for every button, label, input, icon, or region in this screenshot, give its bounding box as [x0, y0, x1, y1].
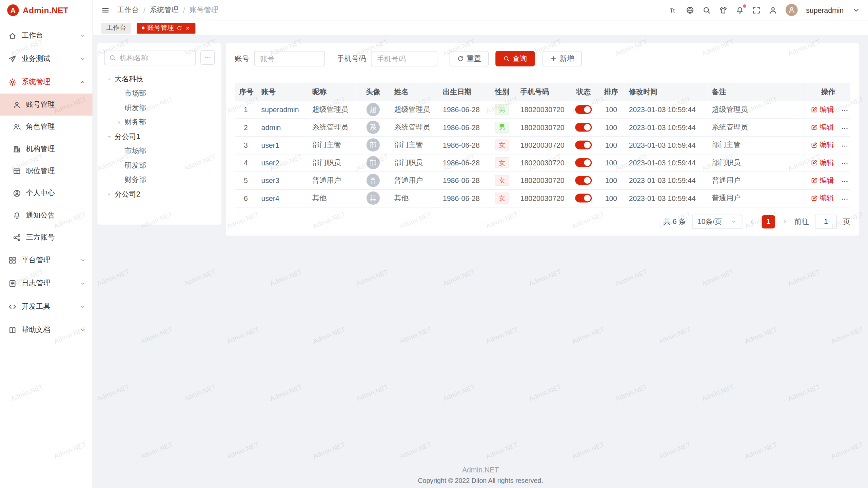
more-actions-button[interactable] — [841, 125, 848, 133]
caret-down-icon[interactable] — [106, 76, 112, 82]
caret-right-icon[interactable] — [106, 191, 112, 197]
tree-node[interactable]: 研发部 — [104, 158, 215, 172]
breadcrumb-item-1[interactable]: 工作台 — [117, 5, 139, 15]
caret-right-icon[interactable] — [116, 119, 122, 125]
org-more-button[interactable] — [200, 50, 215, 65]
tree-node[interactable]: 市场部 — [104, 86, 215, 101]
status-toggle[interactable] — [575, 194, 592, 203]
caret-down-icon[interactable] — [106, 134, 112, 140]
logo[interactable]: A Admin.NET — [0, 0, 93, 20]
sidebar-item-logs[interactable]: 日志管理 — [0, 272, 93, 295]
sidebar-item-platform[interactable]: 平台管理 — [0, 248, 93, 272]
gender-badge: 男 — [495, 122, 509, 133]
sidebar-item-label: 通知公告 — [26, 210, 86, 220]
tree-node-label: 研发部 — [124, 160, 146, 170]
collapse-menu-icon[interactable] — [101, 6, 110, 14]
notification-badge — [743, 4, 746, 7]
tree-node[interactable]: 市场部 — [104, 144, 215, 158]
edit-icon — [811, 177, 817, 184]
tree-node[interactable]: 大名科技 — [104, 72, 215, 86]
edit-button-label: 编辑 — [820, 158, 834, 167]
font-size-icon-button[interactable]: Tt — [669, 6, 677, 14]
account-input[interactable] — [254, 51, 325, 66]
person-icon-button[interactable] — [769, 6, 777, 14]
phone-input[interactable] — [371, 51, 437, 66]
sidebar-item-notice[interactable]: 通知公告 — [0, 204, 93, 226]
sidebar-item-label: 平台管理 — [22, 255, 75, 265]
sidebar-item-org[interactable]: 机构管理 — [0, 138, 93, 160]
sidebar-item-devtools[interactable]: 开发工具 — [0, 295, 93, 318]
footer-copyright: Copyright © 2022 Dilon All rights reserv… — [93, 477, 868, 485]
breadcrumb-item-2[interactable]: 系统管理 — [150, 5, 179, 15]
sidebar-item-third-account[interactable]: 三方账号 — [0, 226, 93, 248]
chevron-down-icon — [80, 280, 86, 286]
table-row: 1superadmin超级管理员超超级管理员1986-06-28男1802003… — [235, 101, 850, 118]
more-actions-button[interactable] — [841, 160, 848, 168]
edit-icon — [811, 159, 817, 166]
more-actions-button[interactable] — [841, 196, 848, 203]
notification-icon-button[interactable] — [736, 6, 744, 14]
sidebar-item-label: 日志管理 — [22, 278, 75, 288]
status-toggle[interactable] — [575, 123, 592, 132]
globe-icon-button[interactable] — [686, 6, 694, 14]
reset-button[interactable]: 重置 — [450, 51, 489, 66]
status-toggle[interactable] — [575, 141, 592, 149]
goto-page-input[interactable] — [815, 215, 837, 229]
sidebar-item-workbench[interactable]: 工作台 — [0, 24, 93, 47]
page-size-select[interactable]: 10条/页 — [692, 215, 743, 229]
page-size-value: 10条/页 — [697, 217, 722, 226]
edit-button[interactable]: 编辑 — [811, 175, 834, 185]
tree-node[interactable]: 分公司2 — [104, 187, 215, 201]
sidebar-item-position[interactable]: 职位管理 — [0, 160, 93, 182]
edit-button[interactable]: 编辑 — [811, 122, 834, 132]
cell-name: 普通用户 — [390, 171, 438, 189]
tree-node[interactable]: 财务部 — [104, 115, 215, 129]
avatar[interactable] — [786, 4, 798, 16]
fullscreen-icon-button[interactable] — [752, 6, 761, 14]
status-toggle[interactable] — [575, 105, 592, 114]
tab-close-icon[interactable] — [185, 25, 190, 30]
more-actions-button[interactable] — [841, 178, 848, 186]
org-name-input[interactable] — [120, 54, 191, 62]
chevron-down-icon — [80, 257, 86, 263]
page-number-1[interactable]: 1 — [762, 215, 775, 228]
search-button[interactable]: 查询 — [495, 51, 535, 66]
status-toggle[interactable] — [575, 176, 592, 185]
tree-node-label: 市场部 — [124, 88, 146, 98]
add-button[interactable]: 新增 — [542, 51, 582, 66]
cell-avatar: 其 — [356, 189, 390, 207]
cell-remark: 普通用户 — [708, 171, 804, 189]
edit-button[interactable]: 编辑 — [811, 104, 834, 114]
tree-node[interactable]: 财务部 — [104, 172, 215, 187]
sidebar-item-docs[interactable]: 帮助文档 — [0, 318, 93, 342]
tab-refresh-icon[interactable] — [177, 25, 182, 30]
column-header-modified: 修改时间 — [625, 83, 708, 101]
edit-button[interactable]: 编辑 — [811, 193, 834, 203]
edit-button[interactable]: 编辑 — [811, 140, 834, 150]
edit-button[interactable]: 编辑 — [811, 158, 834, 167]
more-actions-button[interactable] — [841, 142, 848, 150]
chevron-down-icon[interactable] — [852, 6, 860, 14]
cell-nickname: 系统管理员 — [308, 118, 357, 136]
more-actions-button[interactable] — [841, 107, 848, 115]
tab-1[interactable]: 工作台 — [101, 22, 131, 34]
sidebar-item-account[interactable]: 账号管理 — [0, 94, 93, 116]
next-page-button[interactable] — [781, 218, 788, 225]
sidebar-item-system[interactable]: 系统管理 — [0, 70, 93, 94]
avatar: 部 — [367, 138, 380, 151]
table-header-row: 序号账号昵称头像姓名出生日期性别手机号码状态排序修改时间备注操作 — [235, 83, 850, 101]
sidebar-item-business-test[interactable]: 业务测试 — [0, 47, 93, 70]
status-toggle[interactable] — [575, 158, 592, 167]
breadcrumb: 工作台/系统管理/账号管理 — [117, 5, 218, 15]
refresh-icon — [457, 55, 464, 62]
sidebar-item-role[interactable]: 角色管理 — [0, 116, 93, 138]
tree-node[interactable]: 分公司1 — [104, 129, 215, 144]
prev-page-button[interactable] — [748, 218, 755, 225]
theme-icon-button[interactable] — [719, 6, 727, 14]
code-icon — [8, 302, 16, 310]
sidebar-item-profile[interactable]: 个人中心 — [0, 182, 93, 204]
footer-title: Admin.NET — [93, 466, 868, 474]
tab-2[interactable]: 账号管理 — [137, 22, 195, 34]
search-icon-button[interactable] — [703, 6, 711, 14]
tree-node[interactable]: 研发部 — [104, 101, 215, 115]
